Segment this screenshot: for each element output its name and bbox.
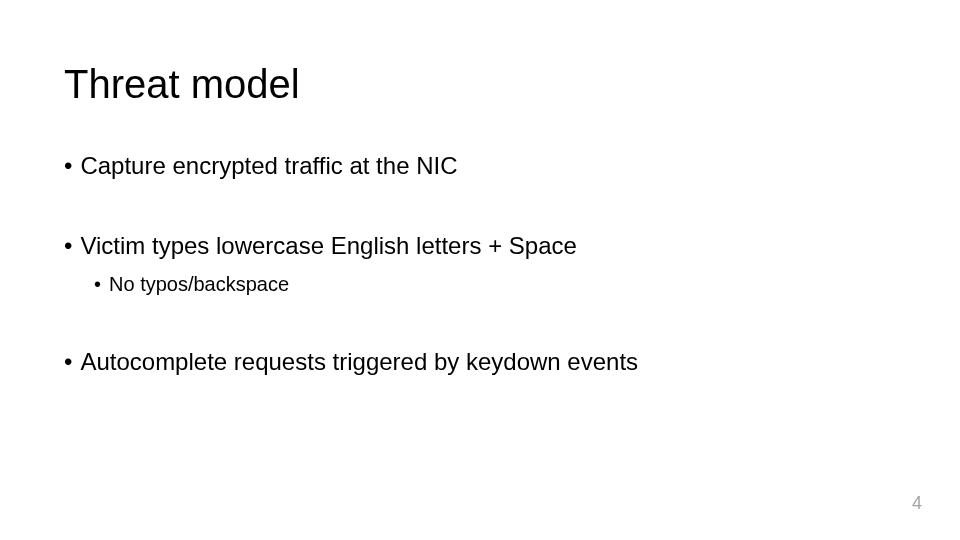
bullet-marker: • [94,270,101,298]
bullet-marker: • [64,230,72,262]
bullet-subitem: • No typos/backspace [94,270,894,298]
bullet-item: • Capture encrypted traffic at the NIC [64,150,894,182]
page-number: 4 [912,493,922,514]
bullet-text: Capture encrypted traffic at the NIC [80,150,457,182]
bullet-item: • Victim types lowercase English letters… [64,230,894,262]
bullet-marker: • [64,150,72,182]
bullet-text: No typos/backspace [109,270,289,298]
bullet-text: Victim types lowercase English letters +… [80,230,576,262]
slide-content: • Capture encrypted traffic at the NIC •… [64,150,894,386]
bullet-marker: • [64,346,72,378]
bullet-item: • Autocomplete requests triggered by key… [64,346,894,378]
bullet-text: Autocomplete requests triggered by keydo… [80,346,638,378]
slide-title: Threat model [64,62,300,107]
